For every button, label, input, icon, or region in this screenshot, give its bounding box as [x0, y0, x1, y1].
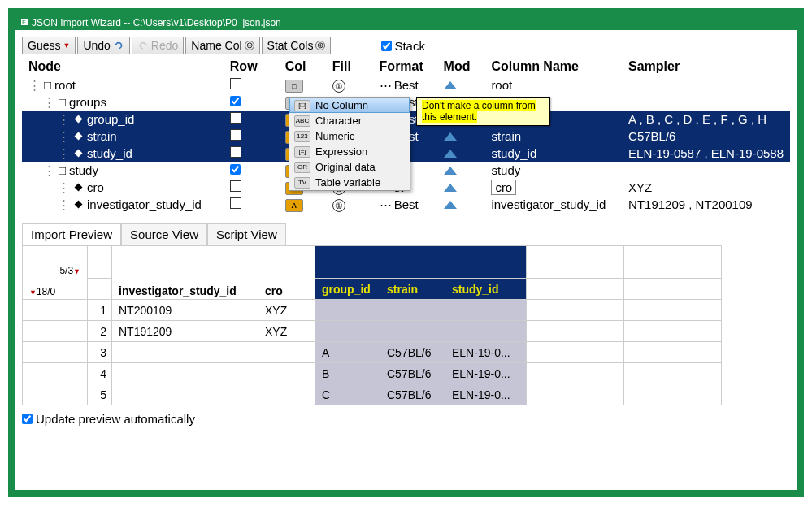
grp-hdr-1[interactable]: strain	[380, 279, 445, 300]
dropdown-icon[interactable]: ▼	[29, 288, 37, 297]
cell[interactable]	[380, 300, 445, 321]
mod-icon[interactable]	[444, 150, 457, 158]
app-icon: F	[20, 17, 28, 28]
diamond-icon	[75, 150, 83, 158]
row-check[interactable]	[230, 164, 241, 175]
row-box[interactable]	[230, 112, 241, 124]
column-name: study_id	[484, 145, 622, 162]
node-label: cro	[87, 180, 104, 194]
node-label: investigator_study_id	[87, 197, 202, 211]
cell[interactable]: ELN-19-0...	[445, 384, 527, 405]
menu-item-icon: ABC	[294, 115, 310, 127]
stack-checkbox[interactable]	[381, 41, 392, 51]
fill-icon[interactable]: ①	[332, 80, 345, 93]
cell[interactable]	[258, 384, 315, 405]
grid-row[interactable]: 2NT191209XYZ	[23, 321, 722, 342]
ellipsis-icon[interactable]: ⋯	[380, 197, 391, 211]
cell[interactable]: C57BL/6	[380, 363, 445, 384]
grid-row[interactable]: 3AC57BL/6ELN-19-0...	[23, 342, 722, 363]
cell[interactable]: A	[315, 342, 380, 363]
col-hdr-0[interactable]: investigator_study_id	[112, 246, 258, 300]
grp-hdr-2[interactable]: study_id	[445, 279, 527, 300]
stat-cols-button[interactable]: Stat Cols ⊕	[262, 37, 332, 54]
expand-box-icon[interactable]: □	[44, 78, 51, 92]
cell[interactable]	[445, 300, 527, 321]
grp-hdr-0[interactable]: group_id	[315, 279, 380, 300]
stack-checkbox-wrap[interactable]: Stack	[381, 39, 425, 53]
col-type-icon[interactable]: □	[285, 80, 303, 93]
row-box[interactable]	[230, 197, 241, 209]
update-preview-label: Update preview automatically	[36, 412, 195, 426]
cell[interactable]: XYZ	[258, 300, 315, 321]
row-box[interactable]	[230, 180, 241, 192]
dropdown-icon[interactable]: ▼	[73, 267, 80, 275]
cell[interactable]: C57BL/6	[380, 342, 445, 363]
cell[interactable]: B	[315, 363, 380, 384]
cell[interactable]	[445, 321, 527, 342]
cell[interactable]	[315, 321, 380, 342]
cell[interactable]	[112, 363, 258, 384]
tab-script-view[interactable]: Script View	[207, 223, 286, 245]
menu-item-no-column[interactable]: [□]No Column	[289, 98, 410, 113]
cell[interactable]: XYZ	[258, 321, 315, 342]
hdr-fill: Fill	[326, 58, 373, 76]
menu-item-numeric[interactable]: 123Numeric	[289, 128, 410, 144]
tree-row-investigator_study_id[interactable]: ⋮investigator_study_idA①⋯ Bestinvestigat…	[22, 196, 790, 213]
grid-row[interactable]: 4BC57BL/6ELN-19-0...	[23, 363, 722, 384]
tree-row-root[interactable]: ⋮□ root□①⋯ Bestroot	[22, 76, 790, 94]
tree-line: ⋮	[43, 95, 55, 110]
cell[interactable]	[258, 342, 315, 363]
undo-button[interactable]: Undo	[77, 37, 129, 54]
guess-button[interactable]: Guess▼	[22, 37, 76, 54]
menu-item-icon: [□]	[294, 100, 310, 111]
cell[interactable]	[315, 300, 380, 321]
cell[interactable]: ELN-19-0...	[445, 363, 527, 384]
tree-line: ⋮	[58, 129, 70, 144]
cell[interactable]	[112, 384, 258, 405]
update-preview-checkbox-wrap[interactable]: Update preview automatically	[22, 412, 790, 426]
col-hdr-1[interactable]: cro	[258, 246, 315, 300]
cell[interactable]: NT200109	[112, 300, 258, 321]
row-box[interactable]	[230, 146, 241, 158]
sampler-text	[622, 162, 790, 179]
row-box[interactable]	[230, 129, 241, 141]
sampler-text	[622, 76, 790, 94]
colname-input[interactable]: cro	[491, 180, 516, 195]
name-col-button[interactable]: Name Col ⊖	[185, 37, 259, 54]
sampler-text: NT191209 , NT200109	[622, 196, 790, 213]
cell[interactable]: ELN-19-0...	[445, 342, 527, 363]
expand-box-icon[interactable]: □	[59, 95, 66, 109]
grid-row[interactable]: 1NT200109XYZ	[23, 300, 722, 321]
menu-item-character[interactable]: ABCCharacter	[289, 113, 410, 128]
update-preview-checkbox[interactable]	[22, 414, 33, 424]
ellipsis-icon[interactable]: ⋯	[380, 78, 391, 92]
mod-icon[interactable]	[444, 184, 457, 192]
expand-box-icon[interactable]: □	[59, 163, 66, 177]
cell[interactable]	[112, 342, 258, 363]
fill-icon[interactable]: ①	[332, 199, 345, 212]
minus-icon: ⊖	[245, 41, 254, 50]
mod-icon[interactable]	[444, 81, 457, 89]
col-type-context-menu[interactable]: [□]No ColumnABCCharacter123Numeric[=]Exp…	[289, 97, 410, 191]
undo-label: Undo	[83, 39, 110, 52]
cell[interactable]	[380, 321, 445, 342]
tab-source-view[interactable]: Source View	[121, 223, 207, 245]
cell[interactable]	[258, 363, 315, 384]
cell[interactable]: C	[315, 384, 380, 405]
menu-item-table-variable[interactable]: TVTable variable	[289, 175, 410, 190]
grid-row[interactable]: 5CC57BL/6ELN-19-0...	[23, 384, 722, 405]
menu-item-original-data[interactable]: OROriginal data	[289, 159, 410, 175]
col-type-icon[interactable]: A	[285, 199, 303, 212]
cell[interactable]: C57BL/6	[380, 384, 445, 405]
redo-button[interactable]: Redo	[132, 37, 184, 54]
row-box[interactable]	[230, 78, 241, 89]
mod-icon[interactable]	[444, 201, 457, 209]
mod-icon[interactable]	[444, 132, 457, 141]
cell[interactable]: NT191209	[112, 321, 258, 342]
node-label: root	[54, 78, 76, 92]
row-check[interactable]	[230, 96, 241, 106]
mod-icon[interactable]	[444, 167, 457, 175]
column-name: investigator_study_id	[484, 196, 622, 213]
tab-import-preview[interactable]: Import Preview	[22, 223, 121, 245]
menu-item-expression[interactable]: [=]Expression	[289, 144, 410, 159]
